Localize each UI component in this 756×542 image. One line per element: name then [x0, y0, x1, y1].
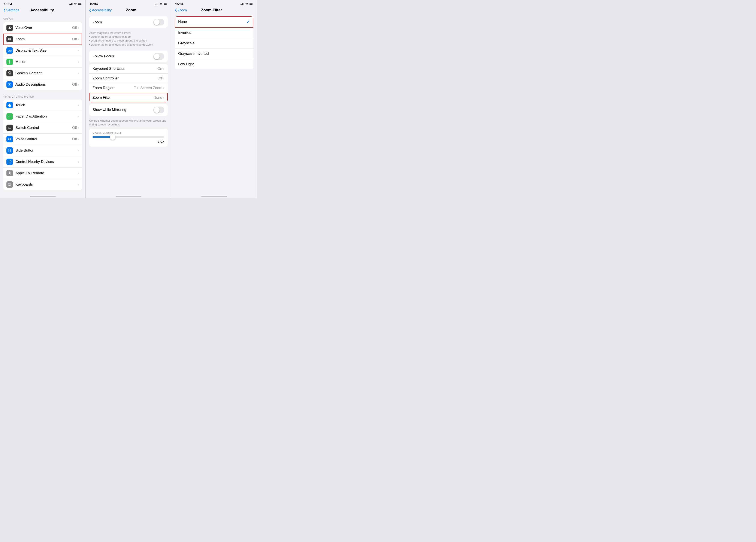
svg-point-15	[8, 127, 9, 128]
spoken-content-row[interactable]: Spoken Content ›	[3, 68, 82, 79]
touch-row[interactable]: Touch ›	[3, 100, 82, 111]
control-nearby-row[interactable]: Control Nearby Devices ›	[3, 156, 82, 168]
face-id-icon	[6, 113, 13, 120]
section-physical: PHYSICAL AND MOTOR	[0, 92, 85, 100]
svg-rect-17	[8, 161, 10, 163]
switch-control-row[interactable]: Switch Control Off ›	[3, 122, 82, 134]
back-to-zoom[interactable]: Zoom	[175, 8, 187, 12]
zoom-slider-thumb[interactable]	[110, 134, 115, 140]
side-button-row[interactable]: Side Button ›	[3, 145, 82, 156]
touch-chevron: ›	[78, 103, 79, 107]
follow-focus-label: Follow Focus	[93, 54, 114, 58]
zoom-controller-right: Off ›	[157, 76, 164, 81]
motion-row[interactable]: Motion ›	[3, 56, 82, 68]
side-button-chevron: ›	[78, 149, 79, 153]
control-nearby-chevron: ›	[78, 160, 79, 164]
time-1: 15:34	[4, 2, 12, 6]
zoom-toggle[interactable]	[153, 19, 164, 25]
svg-rect-36	[158, 3, 158, 5]
follow-focus-row[interactable]: Follow Focus	[89, 51, 168, 62]
home-bar-1	[30, 196, 56, 197]
svg-rect-33	[155, 4, 155, 5]
voice-control-content: Voice Control Off ›	[15, 137, 79, 141]
filter-none-row[interactable]: None ✓	[175, 16, 253, 28]
mirroring-toggle[interactable]	[153, 107, 164, 113]
apple-tv-content: Apple TV Remote ›	[15, 171, 79, 175]
home-bar-3	[201, 196, 227, 197]
filter-grayscale-label: Grayscale	[178, 41, 195, 45]
zoom-row[interactable]: Zoom Off ›	[3, 34, 82, 45]
voice-control-row[interactable]: Voice Control Off ›	[3, 134, 82, 145]
follow-focus-toggle[interactable]	[153, 53, 164, 60]
switch-control-content: Switch Control Off ›	[15, 126, 79, 130]
face-id-content: Face ID & Attention ›	[15, 114, 79, 119]
svg-rect-40	[241, 4, 241, 5]
mirroring-row[interactable]: Show while Mirroring	[89, 104, 168, 116]
zoom-slider-track[interactable]	[93, 136, 164, 138]
display-text-size-row[interactable]: AA Display & Text Size ›	[3, 45, 82, 56]
svg-point-7	[9, 27, 10, 28]
display-label: Display & Text Size	[15, 48, 46, 53]
zoom-region-right: Full Screen Zoom ›	[133, 86, 164, 90]
svg-rect-41	[241, 4, 242, 5]
svg-rect-2	[71, 3, 72, 5]
voice-control-label: Voice Control	[15, 137, 37, 141]
spoken-icon	[6, 70, 13, 76]
filter-inverted-row[interactable]: Inverted	[175, 28, 253, 38]
motion-label: Motion	[15, 60, 26, 64]
status-icons-3	[241, 3, 253, 5]
keyboards-row[interactable]: Keyboards ›	[3, 179, 82, 190]
scroll-area-3: None ✓ Inverted Grayscale Grayscale Inve…	[171, 15, 257, 192]
zoom-toggle-row[interactable]: Zoom	[89, 16, 168, 28]
control-nearby-content: Control Nearby Devices ›	[15, 160, 79, 164]
svg-rect-0	[69, 4, 70, 5]
svg-rect-43	[243, 3, 244, 5]
voiceover-row[interactable]: VoiceOver Off ›	[3, 22, 82, 34]
filter-low-light-row[interactable]: Low Light	[175, 59, 253, 69]
zoom-region-row[interactable]: Zoom Region Full Screen Zoom ›	[89, 83, 168, 93]
back-to-settings[interactable]: Settings	[3, 8, 19, 12]
apple-tv-row[interactable]: Apple TV Remote ›	[3, 168, 82, 179]
switch-control-chevron: ›	[78, 126, 79, 130]
zoom-slider-fill	[93, 136, 113, 138]
zoom-region-chevron: ›	[163, 86, 164, 90]
zoom-row-label: Zoom	[15, 37, 25, 41]
back-to-accessibility[interactable]: Accessibility	[89, 8, 112, 12]
home-indicator-1	[0, 192, 85, 198]
display-icon: AA	[6, 47, 13, 54]
page-title-2: Zoom	[126, 8, 136, 12]
filter-grayscale-inverted-row[interactable]: Grayscale Inverted	[175, 49, 253, 59]
zoom-toggle-group: Zoom	[89, 16, 168, 28]
svg-rect-38	[164, 3, 167, 4]
audio-desc-row[interactable]: Audio Descriptions Off ›	[3, 79, 82, 90]
switch-control-right: Off ›	[72, 126, 79, 130]
zoom-controller-label: Zoom Controller	[93, 76, 119, 81]
zoom-filter-row[interactable]: Zoom Filter None ›	[89, 93, 168, 102]
zoom-controller-row[interactable]: Zoom Controller Off ›	[89, 74, 168, 83]
filter-grayscale-row[interactable]: Grayscale	[175, 38, 253, 49]
svg-point-13	[10, 116, 10, 117]
filter-section: None ✓ Inverted Grayscale Grayscale Inve…	[171, 16, 257, 69]
svg-rect-5	[78, 3, 81, 4]
keyboards-chevron: ›	[78, 183, 79, 187]
svg-point-12	[9, 116, 9, 117]
audio-desc-label: Audio Descriptions	[15, 82, 46, 87]
switch-control-value: Off	[72, 126, 77, 130]
control-nearby-label: Control Nearby Devices	[15, 160, 54, 164]
audio-desc-icon	[6, 81, 13, 88]
voice-control-right: Off ›	[72, 137, 79, 141]
spoken-content: Spoken Content ›	[15, 71, 79, 75]
mirroring-label: Show while Mirroring	[93, 108, 126, 112]
keyboard-shortcuts-row[interactable]: Keyboard Shortcuts On ›	[89, 64, 168, 74]
control-nearby-icon	[6, 159, 13, 165]
time-3: 15:34	[175, 2, 183, 6]
page-title-1: Accessibility	[30, 8, 54, 12]
keyboard-shortcuts-value: On	[157, 67, 162, 71]
face-id-label: Face ID & Attention	[15, 114, 47, 119]
voiceover-value: Off	[72, 26, 77, 30]
keyboards-icon	[6, 181, 13, 188]
status-icons-1	[69, 3, 82, 5]
face-id-row[interactable]: Face ID & Attention ›	[3, 111, 82, 122]
zoom-icon	[6, 36, 13, 42]
zoom-slider-value: 5.0x	[93, 139, 164, 144]
